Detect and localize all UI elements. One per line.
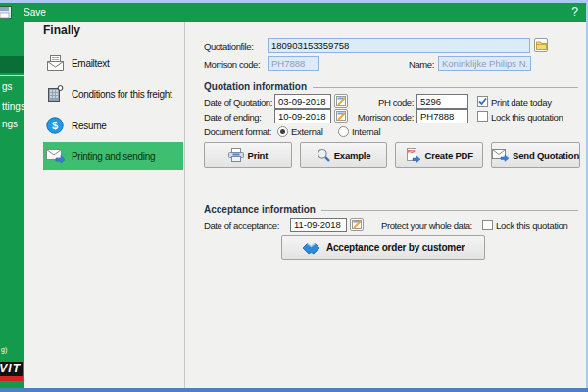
- help-button[interactable]: ?: [571, 5, 578, 19]
- nav-item-label: Printing and sending: [72, 151, 155, 162]
- sidebar-divider: [0, 75, 24, 76]
- send-quotation-button[interactable]: Send Quotation: [491, 142, 580, 168]
- create-pdf-button[interactable]: PDF Create PDF: [395, 142, 483, 168]
- acceptance-info-group-header: Acceptance information: [204, 204, 578, 215]
- quotationfile-label: Quotationfile:: [204, 41, 253, 52]
- envelope-send-icon: [45, 147, 65, 165]
- morrison-code-input[interactable]: [416, 109, 468, 123]
- acceptance-lock-label[interactable]: Lock this quotation: [496, 220, 568, 231]
- send-envelope-icon: [492, 149, 509, 162]
- dollar-circle-icon: $: [45, 117, 65, 134]
- date-of-ending-input[interactable]: [274, 109, 331, 123]
- morrison-code-label: Morrison code:: [335, 112, 414, 122]
- radio-dot: [280, 129, 285, 134]
- save-button-label[interactable]: Save: [24, 7, 46, 18]
- format-external-radio[interactable]: [277, 126, 288, 137]
- titlebar: Save ?: [0, 3, 588, 22]
- calendar-edit-icon: [352, 220, 363, 230]
- folder-icon: [536, 41, 547, 50]
- format-internal-radio[interactable]: [338, 126, 349, 137]
- quotation-info-title: Quotation information: [204, 81, 307, 92]
- building-icon: [45, 85, 65, 103]
- vit-logo: VIT: [0, 362, 23, 381]
- save-icon[interactable]: [0, 6, 12, 19]
- nav-item-conditions[interactable]: Conditions for this freight: [43, 80, 183, 108]
- print-button[interactable]: Print: [204, 142, 292, 168]
- email-letter-icon: [45, 54, 65, 72]
- quotationfile-input[interactable]: [268, 38, 530, 53]
- application-window: Save ? gs ttings ngs g) VIT Finally: [0, 0, 588, 392]
- ph-code-input[interactable]: [416, 94, 468, 109]
- acceptance-lock-checkbox[interactable]: [482, 220, 493, 230]
- sidebar-footer-text: g): [1, 346, 7, 353]
- window-top-border: [0, 0, 588, 3]
- nav-item-label: Emailtext: [72, 58, 109, 69]
- format-external-label[interactable]: External: [291, 126, 322, 137]
- button-label: Create PDF: [425, 150, 473, 161]
- format-internal-label[interactable]: Internal: [352, 126, 380, 137]
- date-of-acceptance-picker-button[interactable]: [350, 218, 364, 231]
- date-of-quotation-input[interactable]: [274, 94, 331, 109]
- button-label: Example: [334, 150, 371, 161]
- nav-item-printing-sending[interactable]: Printing and sending: [43, 142, 183, 170]
- lock-quotation-label[interactable]: Lock this quotation: [491, 112, 564, 122]
- window-bottom-border: [0, 388, 588, 392]
- sidebar-active-item[interactable]: [0, 56, 24, 74]
- morrison-code-header-input[interactable]: [268, 56, 319, 71]
- button-label: Send Quotation: [513, 150, 579, 161]
- protect-data-label: Protect your whole data:: [381, 220, 472, 231]
- nav-item-resume[interactable]: $ Resume: [43, 112, 183, 139]
- form-pane: Quotationfile: Morrison code: Name: Quot…: [185, 22, 586, 388]
- handshake-icon: [302, 241, 320, 255]
- sidebar-item-partial-2[interactable]: ttings: [2, 101, 24, 112]
- group-rule: [313, 87, 578, 88]
- button-label: Print: [248, 150, 269, 161]
- document-format-label: Document format:: [204, 126, 271, 137]
- print-date-today-checkbox[interactable]: [477, 96, 488, 107]
- dollar-glyph: $: [52, 120, 58, 131]
- button-label: Acceptance order by customer: [326, 242, 465, 253]
- pdf-badge: PDF: [408, 149, 416, 154]
- sidebar-item-partial-1[interactable]: gs: [2, 81, 13, 92]
- pdf-file-icon: PDF: [406, 148, 421, 163]
- acceptance-info-title: Acceptance information: [204, 204, 316, 215]
- open-file-button[interactable]: [534, 38, 548, 52]
- date-of-quotation-label: Date of Quotation:: [204, 97, 272, 108]
- customer-name-input[interactable]: [438, 56, 531, 71]
- nav-item-label: Resume: [72, 121, 106, 131]
- name-label: Name:: [392, 59, 434, 70]
- example-button[interactable]: Example: [300, 142, 388, 168]
- quotation-info-group-header: Quotation information: [204, 81, 578, 92]
- action-button-row: Print Example PDF Create PDF: [204, 142, 580, 168]
- vit-logo-text: VIT: [0, 362, 23, 376]
- sidebar: gs ttings ngs g) VIT: [0, 22, 24, 388]
- check-icon: [478, 97, 487, 106]
- printer-icon: [228, 148, 244, 162]
- page-title: Finally: [43, 24, 80, 37]
- morrison-code-header-label: Morrison code:: [204, 59, 260, 70]
- magnifier-icon: [317, 148, 330, 162]
- group-rule: [321, 210, 578, 211]
- lock-quotation-checkbox[interactable]: [477, 111, 488, 122]
- nav-pane: Finally Emailtext: [24, 22, 184, 388]
- acceptance-order-button[interactable]: Acceptance order by customer: [281, 235, 485, 260]
- date-of-acceptance-input[interactable]: [290, 218, 347, 232]
- date-of-ending-label: Date of ending:: [204, 112, 261, 122]
- sidebar-item-partial-3[interactable]: ngs: [2, 119, 18, 129]
- print-date-today-label[interactable]: Print date today: [491, 97, 552, 108]
- nav-item-label: Conditions for this freight: [72, 89, 172, 100]
- ph-code-label: PH code:: [335, 97, 414, 108]
- nav-item-emailtext[interactable]: Emailtext: [43, 49, 183, 76]
- date-of-acceptance-label: Date of acceptance:: [204, 220, 279, 231]
- vit-logo-redbar: [0, 376, 23, 381]
